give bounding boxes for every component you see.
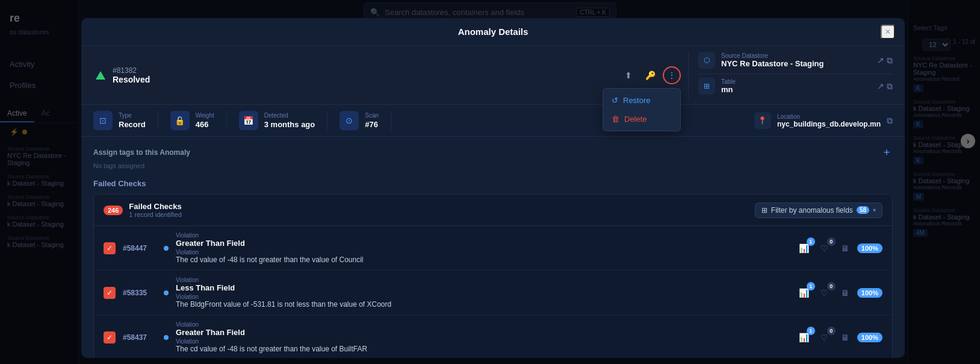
check-row-1[interactable]: ✓ #58335 Violation Less Than Field Viola… [94, 271, 892, 315]
check-type-value-2: Greater Than Field [176, 328, 789, 337]
share-button[interactable]: ⬆ [619, 66, 637, 84]
filter-anomalous-button[interactable]: ⊞ Filter by anomalous fields 58 ▾ [755, 202, 882, 218]
check-chart-icon-2[interactable]: 📊 1 [796, 329, 813, 346]
filter-count: 58 [857, 206, 869, 214]
count-badge-1-2: 1 [807, 327, 815, 335]
copy-source-button[interactable]: ⧉ [887, 55, 893, 66]
key-button[interactable]: 🔑 [641, 66, 659, 84]
check-chart-icon-0[interactable]: 📊 1 [796, 240, 813, 257]
delete-icon: 🗑 [612, 115, 619, 124]
restore-label: Restore [623, 96, 651, 105]
check-violation-label-1: Violation [176, 293, 789, 300]
count-badge-2-1: 0 [827, 282, 836, 290]
tags-section: Assign tags to this Anomaly + No tags as… [93, 146, 893, 169]
check-id-group-0: #58447 [123, 244, 169, 253]
source-datastore-icon: ⬡ [698, 52, 715, 69]
copy-location-button[interactable]: ⧉ [887, 116, 893, 126]
check-checkbox-2[interactable]: ✓ [104, 331, 116, 344]
check-id-1: #58335 [123, 289, 159, 297]
check-checkbox-1[interactable]: ✓ [104, 287, 116, 299]
restore-menu-item[interactable]: ↺ Restore [603, 91, 680, 110]
check-monitor-icon-1[interactable]: 🖥 [837, 284, 854, 301]
check-info-2: Violation Greater Than Field Violation T… [176, 321, 789, 353]
anomaly-details-modal: Anomaly Details × #81382 Resolved ⬆ 🔑 ⋮ … [81, 18, 905, 358]
source-datastore-content: Source Datastore NYC Re Datastore - Stag… [721, 52, 871, 68]
source-datastore-actions: ↗ ⧉ [877, 55, 893, 66]
anomaly-id: #81382 [113, 66, 150, 75]
anomaly-actions: ⬆ 🔑 ⋮ ↺ Restore 🗑 Delete [619, 66, 681, 84]
type-info: Type Record [119, 112, 146, 129]
check-row-0[interactable]: ✓ #58447 Violation Greater Than Field Vi… [94, 226, 892, 271]
no-tags-text: No tags assigned [93, 162, 893, 169]
location-value: nyc_buildings_db.develop.mn [777, 120, 881, 128]
check-monitor-icon-2[interactable]: 🖥 [837, 329, 854, 346]
delete-label: Delete [624, 115, 647, 124]
check-type-value-0: Greater Than Field [176, 239, 789, 248]
copy-table-button[interactable]: ⧉ [887, 81, 893, 92]
check-monitor-icon-0[interactable]: 🖥 [837, 240, 854, 257]
open-table-button[interactable]: ↗ [877, 81, 884, 92]
add-tag-button[interactable]: + [881, 146, 893, 158]
dropdown-menu: ↺ Restore 🗑 Delete [603, 88, 681, 131]
modal-close-button[interactable]: × [881, 25, 895, 39]
check-type-label-1: Violation [176, 277, 789, 283]
table-content: Table mn [721, 78, 871, 94]
failed-checks-info: Failed Checks 1 record identified [129, 202, 754, 218]
delete-menu-item[interactable]: 🗑 Delete [603, 110, 680, 128]
detected-info: Detected 3 months ago [264, 112, 315, 129]
check-info-0: Violation Greater Than Field Violation T… [176, 232, 789, 264]
table-actions: ↗ ⧉ [877, 81, 893, 92]
check-id-group-1: #58335 [123, 289, 169, 297]
count-badge-1-1: 1 [807, 282, 815, 290]
more-options-button[interactable]: ⋮ [663, 66, 681, 84]
anomaly-id-status: #81382 Resolved [113, 66, 150, 84]
meta-weight: 🔒 Weight 466 [170, 111, 227, 130]
check-dot-2 [164, 335, 169, 340]
pct-badge-2: 100% [857, 333, 882, 342]
check-id-group-2: #58437 [123, 333, 169, 342]
check-id-2: #58437 [123, 333, 159, 342]
check-actions-0: 📊 1 ♡ 0 🖥 100% [796, 240, 882, 257]
check-row-2[interactable]: ✓ #58437 Violation Greater Than Field Vi… [94, 315, 892, 358]
check-heart-icon-2[interactable]: ♡ 0 [816, 329, 833, 346]
check-chart-icon-1[interactable]: 📊 1 [796, 284, 813, 301]
location-label: Location [777, 113, 881, 120]
detected-icon: 📅 [239, 111, 258, 130]
source-datastore-value: NYC Re Datastore - Staging [721, 59, 871, 68]
failed-checks-card: 246 Failed Checks 1 record identified ⊞ … [93, 194, 893, 358]
table-row-info: ⊞ Table mn ↗ ⧉ [698, 74, 893, 98]
check-violation-label-2: Violation [176, 338, 789, 345]
filter-label: Filter by anomalous fields [771, 206, 853, 215]
weight-value: 466 [196, 120, 214, 129]
left-panel: Assign tags to this Anomaly + No tags as… [81, 137, 905, 358]
filter-icon: ⊞ [761, 206, 768, 215]
failed-checks-sub: 1 record identified [129, 211, 754, 218]
check-type-label-2: Violation [176, 321, 789, 328]
check-heart-icon-1[interactable]: ♡ 0 [816, 284, 833, 301]
meta-detected: 📅 Detected 3 months ago [239, 111, 328, 130]
failed-checks-title: Failed Checks [129, 202, 754, 211]
check-heart-icon-0[interactable]: ♡ 0 [816, 240, 833, 257]
failed-badge: 246 [104, 206, 123, 215]
check-violation-text-2: The cd value of -48 is not greater than … [176, 345, 789, 353]
detected-label: Detected [264, 112, 315, 119]
modal-header: Anomaly Details × [81, 18, 905, 46]
count-badge-2-0: 0 [827, 237, 836, 246]
type-label: Type [119, 112, 146, 119]
open-in-new-button[interactable]: ↗ [877, 55, 884, 66]
check-checkbox-0[interactable]: ✓ [104, 242, 116, 254]
scan-icon: ⊙ [340, 111, 359, 130]
anomaly-id-section: #81382 Resolved [93, 66, 612, 84]
check-actions-1: 📊 1 ♡ 0 🖥 100% [796, 284, 882, 301]
meta-row: ⊡ Type Record 🔒 Weight 466 📅 Detected 3 … [81, 105, 905, 137]
detected-value: 3 months ago [264, 120, 315, 129]
anomaly-header: #81382 Resolved ⬆ 🔑 ⋮ ↺ Restore 🗑 Delete [81, 46, 905, 105]
scan-value: #76 [365, 120, 379, 129]
check-type-value-1: Less Than Field [176, 283, 789, 292]
type-value: Record [119, 120, 146, 129]
table-value: mn [721, 85, 871, 94]
count-badge-1-0: 1 [807, 237, 815, 246]
triangle-up-shape [96, 71, 105, 80]
modal-title: Anomaly Details [458, 27, 529, 37]
source-datastore-label: Source Datastore [721, 52, 871, 59]
